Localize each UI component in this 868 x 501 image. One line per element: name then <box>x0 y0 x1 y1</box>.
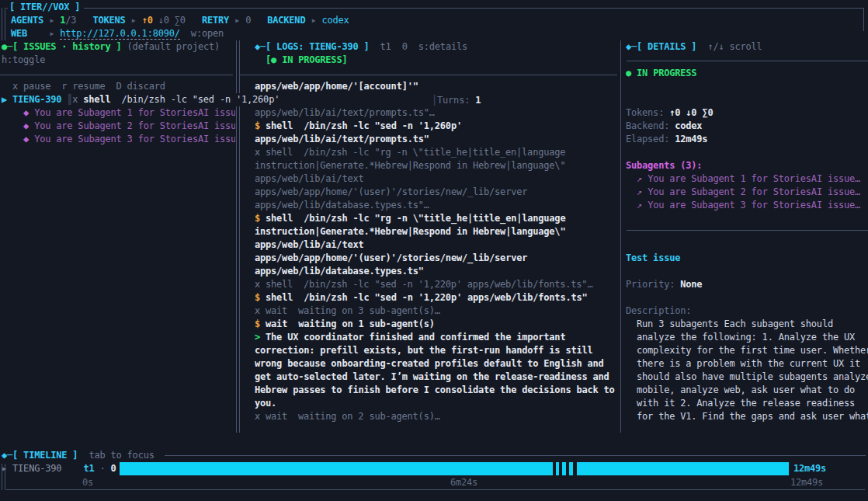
backend-field-label: Backend: <box>626 120 675 131</box>
timeline-track-row[interactable]: ▸ TIENG-390 t1 · 0 <box>2 462 116 475</box>
log-line: $ wait waiting on 1 sub-agent(s) <box>255 318 617 331</box>
turn-token-count: 0 <box>111 463 116 474</box>
text-segment: shell /bin/zsh -lc "rg -n \"title_he|tit… <box>266 213 565 224</box>
tokens-down-sum-count: ↓0 ∑0 <box>158 15 186 26</box>
log-line: apps/web/lib/database.types.ts" <box>255 265 617 278</box>
detail-field: Priority: None <box>626 278 868 291</box>
tokens-up-count: ↑0 <box>142 15 153 26</box>
subagents-count-heading: Subagents (3): <box>626 160 702 171</box>
text-segment: Run 3 subagents Each subagent should <box>626 318 833 329</box>
timeline-panel-title: [ TIMELINE ] <box>12 450 78 461</box>
log-line: ⅹ wait waiting on 3 sub-agent(s)… <box>255 304 617 318</box>
text-segment <box>2 120 23 131</box>
issue-id: TIENG-390 <box>12 94 61 105</box>
top-stats-row: AGENTS ▸ 1/3 TOKENS ▸ ↑0 ↓0 ∑0 RETRY ▸ 0… <box>11 14 349 27</box>
arrow-separator-icon: ▸ <box>229 15 245 26</box>
text-segment: get auto-selected later. I’m waiting on … <box>255 371 609 382</box>
timeline-panel-header-row: ◆─[ TIMELINE ] tab to focus <box>2 449 155 462</box>
blank-row <box>626 225 868 238</box>
details-panel-title: [ DETAILS ] <box>637 41 696 52</box>
subagent-item[interactable]: ◆ You are Subagent 1 for StoriesAI issu… <box>2 106 235 120</box>
log-line: $ shell /bin/zsh -lc "sed -n '1,260p' <box>255 120 617 133</box>
log-line: ⅹ shell /bin/zsh -lc "sed -n '1,220p' ap… <box>255 278 617 291</box>
timeline-scale-start: 0s <box>82 476 93 489</box>
text-segment: correction: prefill exists, but the firs… <box>255 345 593 356</box>
web-url-link[interactable]: http://127.0.0.1:8090/ <box>60 28 180 40</box>
text-segment: apps/web/lib/database.types.ts"… <box>255 200 429 210</box>
text-segment <box>180 28 191 39</box>
text-segment: there is a problem with the current UX i… <box>626 358 860 369</box>
agent-reply-chevron-icon: > <box>255 332 266 343</box>
timeline-header-line <box>165 455 866 456</box>
log-line: correction: prefill exists, but the firs… <box>255 344 617 357</box>
subagent-item[interactable]: ◆ You are Subagent 3 for StoriesAI issu… <box>2 133 235 146</box>
text-segment: apps/web/app/home/'(user)'/stories/new/_… <box>255 252 527 263</box>
description-line: for the V1. Find the gaps and ask user w… <box>626 410 868 423</box>
open-web-hint: w:open <box>191 28 224 39</box>
text-segment <box>251 15 267 26</box>
log-line: apps/web/lib/ai/text/prompts.ts" <box>255 133 617 146</box>
text-segment: instruction|Generate.*Hebrew|Respond in … <box>255 160 565 171</box>
agents-max-count: /3 <box>65 15 76 26</box>
log-line: apps/web/lib/database.types.ts"… <box>255 199 617 212</box>
top-bar-web: WEB ▸ http://127.0.0.1:8090/ w:open <box>11 27 224 40</box>
issues-panel[interactable]: ●─[ ISSUES · history ] (default project)… <box>2 40 282 146</box>
subagent-item[interactable]: ↗ You are Subagent 3 for StoriesAI issue… <box>626 199 868 212</box>
pause-resume-discard-hints: x pause r resume D discard <box>2 81 165 92</box>
text-segment: for the V1. Find the gaps and ask user w… <box>626 411 868 422</box>
subagent-prompt-preview: You are Subagent 2 for StoriesAI issue… <box>648 186 860 197</box>
logs-panel-header: ◆─[ LOGS: TIENG-390 ] t1 0 s:details <box>255 40 617 54</box>
subagent-arrow-icon: ↗ <box>637 200 648 210</box>
turns-badge: │Turns: 1 <box>432 94 481 107</box>
subagent-arrow-icon: ↗ <box>637 173 648 184</box>
details-panel[interactable]: ◆─[ DETAILS ] ↑/↓ scroll● IN PROGRESSTok… <box>626 40 868 423</box>
log-line: instruction|Generate.*Hebrew|Respond in … <box>255 225 617 238</box>
timeline-gap-tick <box>559 462 562 475</box>
subagent-diamond-icon: ◆ <box>23 107 34 118</box>
prompt-dollar-icon: $ <box>255 318 266 329</box>
subagent-item[interactable]: ◆ You are Subagent 2 for StoriesAI issu… <box>2 120 235 133</box>
prompt-dollar-icon: $ <box>255 213 266 224</box>
timeline-activity-bar[interactable] <box>120 462 789 475</box>
blank-row <box>626 291 868 304</box>
blank-row <box>626 54 868 67</box>
description-line: mobile, analyze web, ask user what to do <box>626 384 868 397</box>
elapsed-field-value: 12m49s <box>675 134 707 144</box>
text-segment: · <box>94 463 110 474</box>
log-line: apps/web/lib/ai/text <box>255 238 617 252</box>
subagent-arrow-icon: ↗ <box>637 186 648 197</box>
subagent-item[interactable]: ↗ You are Subagent 1 for StoriesAI issue… <box>626 172 868 186</box>
elapsed-field-label: Elapsed: <box>626 134 675 144</box>
timeline-track-label[interactable]: ▸ TIENG-390 t1 · 0 <box>2 462 116 475</box>
agents-label: AGENTS <box>11 15 43 26</box>
tokens-label: TOKENS <box>92 15 125 26</box>
arrow-separator-icon: ▸ <box>43 15 60 26</box>
turns-value: 1 <box>475 95 481 106</box>
app-title: [ ITER//VOX ] <box>8 1 84 14</box>
priority-field-value: None <box>680 279 702 290</box>
text-segment: complexity for the first time user. Whet… <box>626 345 868 356</box>
issue-row[interactable]: ▶ TIENG-390 ║ⅹ shell /bin/zsh -lc "sed -… <box>2 93 282 106</box>
top-bar: AGENTS ▸ 1/3 TOKENS ▸ ↑0 ↓0 ∑0 RETRY ▸ 0… <box>11 14 349 27</box>
app-root: { "colors": { "background": "#141823", "… <box>0 0 868 501</box>
text-segment: ⅹ shell /bin/zsh -lc "rg -n \"title_he|t… <box>255 147 565 158</box>
panel-diamond-icon: ◆─ <box>2 450 12 461</box>
frame-top-border <box>6 8 863 9</box>
blank-row <box>626 265 868 278</box>
detail-field: Tokens: ↑0 ↓0 ∑0 <box>626 106 868 120</box>
subagent-item[interactable]: ↗ You are Subagent 2 for StoriesAI issue… <box>626 186 868 199</box>
log-line: apps/web/app/home/'[account]'" <box>255 80 617 93</box>
text-segment: shell /bin/zsh -lc "sed -n '1,260p' <box>266 120 462 131</box>
turns-label: Turns: <box>437 95 475 106</box>
subagent-prompt-preview: You are Subagent 3 for StoriesAI issue… <box>648 200 860 210</box>
text-segment: ⅹ shell /bin/zsh -lc "sed -n '1,220p' ap… <box>255 279 592 290</box>
text-segment <box>186 15 202 26</box>
text-segment: instruction|Generate.*Hebrew|Respond in … <box>255 226 565 237</box>
backend-field-value: codex <box>675 120 702 131</box>
log-line: wrong because onboarding-created profile… <box>255 357 617 371</box>
in-progress-dot-icon: ● <box>626 68 637 78</box>
blank-row <box>626 80 868 93</box>
text-segment: shell /bin/zsh -lc "sed -n '1,220p' apps… <box>266 292 587 303</box>
prompt-dollar-icon: $ <box>255 292 266 303</box>
text-segment: mobile, analyze web, ask user what to do <box>626 384 855 395</box>
